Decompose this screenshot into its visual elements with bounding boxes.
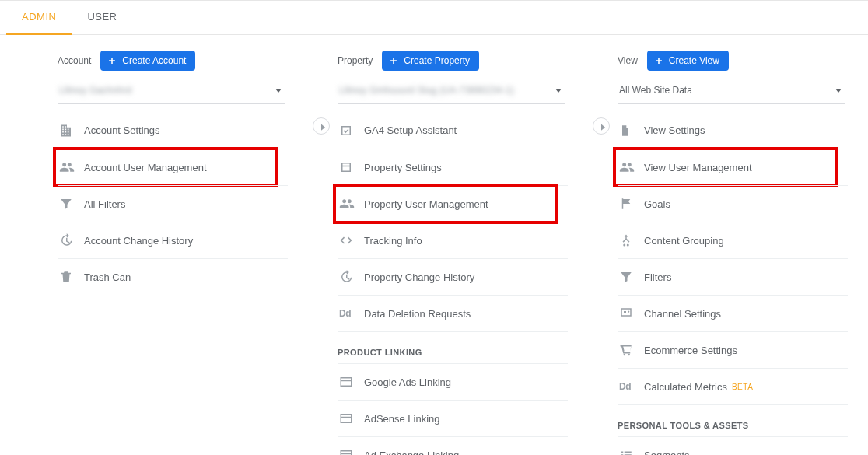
link-icon	[339, 448, 353, 455]
item-label: Ad Exchange Linking	[364, 450, 459, 456]
item-label: Account Change History	[84, 235, 193, 247]
google-ads-linking-item[interactable]: Google Ads Linking	[338, 363, 568, 400]
create-property-button[interactable]: Create Property	[382, 51, 479, 71]
create-view-label: Create View	[669, 55, 719, 66]
create-account-label: Create Account	[122, 55, 186, 66]
item-label: Property Settings	[364, 162, 442, 173]
content-grouping-item[interactable]: Content Grouping	[618, 222, 848, 258]
panel-icon	[339, 160, 353, 174]
tab-user[interactable]: USER	[72, 2, 132, 35]
item-label: Filters	[644, 271, 671, 283]
adsense-linking-item[interactable]: AdSense Linking	[338, 400, 568, 436]
create-property-label: Create Property	[404, 55, 470, 66]
ad-exchange-linking-item[interactable]: Ad Exchange Linking	[338, 436, 568, 455]
funnel-icon	[619, 270, 633, 284]
account-selector[interactable]: Lllinoy Gachnhrd	[58, 79, 285, 104]
account-user-management-item[interactable]: Account User Management	[58, 149, 288, 185]
people-icon	[619, 159, 635, 175]
item-label: Data Deletion Requests	[364, 308, 471, 320]
collapse-property-button[interactable]	[313, 117, 330, 135]
property-change-history-item[interactable]: Property Change History	[338, 258, 568, 295]
item-label: Content Grouping	[644, 235, 724, 247]
arrow-right-icon	[597, 121, 605, 131]
item-label: AdSense Linking	[364, 413, 440, 425]
item-label: Ecommerce Settings	[644, 345, 737, 356]
link-icon	[339, 375, 353, 389]
link-icon	[339, 411, 353, 425]
dd-icon: Dd	[339, 308, 351, 319]
account-change-history-item[interactable]: Account Change History	[58, 222, 288, 258]
item-label: Channel Settings	[644, 308, 721, 320]
data-deletion-item[interactable]: Dd Data Deletion Requests	[338, 295, 568, 331]
dd-icon: Dd	[619, 381, 631, 392]
item-label: View User Management	[644, 162, 752, 173]
tab-admin[interactable]: ADMIN	[6, 2, 72, 35]
item-label: All Filters	[84, 198, 125, 210]
item-label: Goals	[644, 198, 670, 210]
goals-item[interactable]: Goals	[618, 185, 848, 222]
chevron-down-icon	[555, 89, 562, 93]
property-settings-item[interactable]: Property Settings	[338, 149, 568, 185]
item-label: Property Change History	[364, 271, 474, 283]
channel-icon	[619, 306, 633, 320]
property-selector[interactable]: Lllinoy Gmhuuurd Slug (UA-73890234-1)	[338, 79, 565, 104]
ecommerce-settings-item[interactable]: Ecommerce Settings	[618, 331, 848, 368]
item-label: Calculated Metrics	[644, 381, 727, 393]
view-selected: All Web Site Data	[619, 85, 692, 96]
account-column: Account Create Account Lllinoy Gachnhrd …	[8, 51, 288, 455]
account-selected: Lllinoy Gachnhrd	[59, 85, 131, 96]
personal-tools-header: PERSONAL TOOLS & ASSETS	[618, 404, 848, 436]
property-column: Property Create Property Lllinoy Gmhuuur…	[288, 51, 568, 455]
history-icon	[339, 270, 353, 284]
code-icon	[339, 233, 353, 247]
chevron-down-icon	[275, 89, 282, 93]
channel-settings-item[interactable]: Channel Settings	[618, 295, 848, 331]
calculated-metrics-item[interactable]: Dd Calculated Metrics BETA	[618, 368, 848, 404]
page-icon	[619, 124, 632, 138]
segments-item[interactable]: Segments	[618, 436, 848, 455]
branch-icon	[619, 233, 633, 247]
ga4-setup-item[interactable]: GA4 Setup Assistant	[338, 112, 568, 149]
trash-icon	[59, 270, 73, 284]
create-account-button[interactable]: Create Account	[100, 51, 195, 71]
main-tabs: ADMIN USER	[0, 0, 868, 35]
view-label: View	[618, 55, 638, 66]
people-icon	[339, 196, 355, 212]
view-selector[interactable]: All Web Site Data	[618, 79, 845, 104]
item-label: Account User Management	[84, 162, 207, 173]
account-settings-item[interactable]: Account Settings	[58, 112, 288, 149]
plus-icon	[107, 55, 117, 66]
item-label: Google Ads Linking	[364, 376, 451, 388]
view-column: View Create View All Web Site Data View …	[568, 51, 848, 455]
segments-icon	[619, 448, 633, 455]
trash-can-item[interactable]: Trash Can	[58, 258, 288, 295]
building-icon	[59, 123, 75, 138]
item-label: GA4 Setup Assistant	[364, 124, 457, 136]
flag-icon	[619, 197, 633, 211]
item-label: Tracking Info	[364, 235, 422, 247]
account-label: Account	[58, 55, 91, 66]
item-label: Trash Can	[84, 271, 131, 283]
property-user-management-item[interactable]: Property User Management	[338, 185, 568, 222]
all-filters-item[interactable]: All Filters	[58, 185, 288, 222]
item-label: Account Settings	[84, 124, 160, 136]
arrow-right-icon	[317, 121, 325, 131]
tracking-info-item[interactable]: Tracking Info	[338, 222, 568, 258]
people-icon	[59, 159, 75, 175]
view-user-management-item[interactable]: View User Management	[618, 149, 848, 185]
item-label: Property User Management	[364, 198, 488, 210]
collapse-view-button[interactable]	[593, 117, 610, 135]
plus-icon	[653, 55, 664, 66]
item-label: Segments	[644, 450, 690, 456]
create-view-button[interactable]: Create View	[647, 51, 729, 71]
product-linking-header: PRODUCT LINKING	[338, 331, 568, 363]
cart-icon	[619, 343, 633, 357]
item-label: View Settings	[644, 124, 705, 136]
checkbox-icon	[339, 124, 353, 138]
chevron-down-icon	[835, 89, 842, 93]
view-settings-item[interactable]: View Settings	[618, 112, 848, 149]
view-filters-item[interactable]: Filters	[618, 258, 848, 295]
history-icon	[59, 233, 73, 247]
beta-badge: BETA	[732, 383, 753, 391]
plus-icon	[388, 55, 399, 66]
